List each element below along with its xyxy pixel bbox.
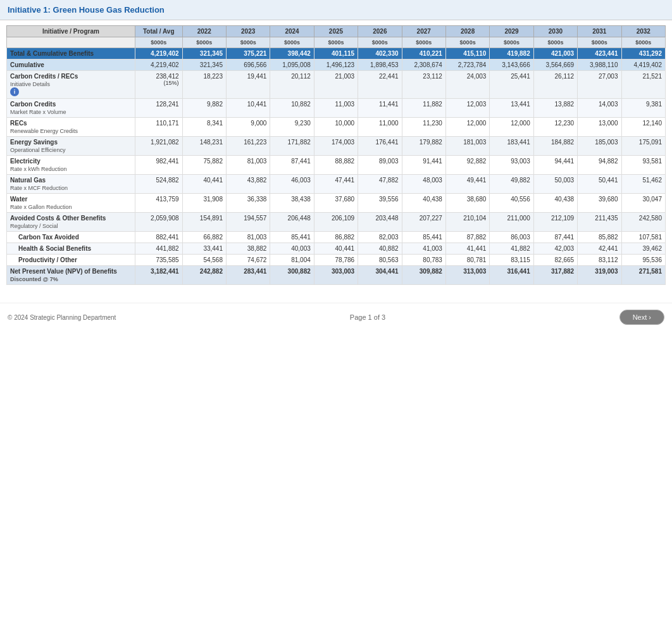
row-year-row4a-5: 85,441 — [402, 232, 445, 243]
row-year-section3-5: 179,882 — [402, 137, 445, 156]
row-year-row3c-3: 37,680 — [314, 194, 358, 213]
row-total-row2a: 128,241 — [135, 99, 182, 118]
col-year-2022: 2022 — [182, 26, 226, 37]
row-year-row3c-1: 36,338 — [226, 194, 270, 213]
row-year-row3b-6: 49,441 — [445, 175, 489, 194]
row-year-row4c-0: 54,568 — [182, 255, 226, 266]
row-year-row3a-1: 81,003 — [226, 156, 270, 175]
row-year-section3-1: 161,223 — [226, 137, 270, 156]
row-label-row3c: WaterRate x Gallon Reduction — [7, 194, 135, 213]
row-year-section3-4: 176,441 — [358, 137, 402, 156]
subheader-2023: $000s — [226, 37, 270, 48]
row-year-section1b-1: 696,566 — [226, 60, 270, 71]
row-label-section5: Net Present Value (NPV) of BenefitsDisco… — [7, 266, 135, 285]
row-year-section1b-10: 4,419,402 — [621, 60, 666, 71]
table-row-row2a: Carbon CreditsMarket Rate x Volume128,24… — [7, 99, 666, 118]
row-year-section5-4: 304,441 — [358, 266, 402, 285]
col-label-header: Initiative / Program — [7, 26, 135, 37]
row-year-section3-2: 171,882 — [270, 137, 314, 156]
page-header: Initiative 1: Green House Gas Reduction — [0, 0, 672, 20]
row-year-row3b-10: 51,462 — [621, 175, 666, 194]
row-year-row3c-7: 40,556 — [490, 194, 533, 213]
row-year-section2-7: 25,441 — [490, 71, 533, 99]
row-year-row3b-2: 46,003 — [270, 175, 314, 194]
row-year-section1-6: 415,110 — [445, 48, 489, 60]
row-year-row2a-2: 10,882 — [270, 99, 314, 118]
col-year-2028: 2028 — [445, 26, 489, 37]
row-year-section5-3: 303,003 — [314, 266, 358, 285]
row-year-section1b-6: 2,723,784 — [445, 60, 489, 71]
row-year-section4-5: 207,227 — [402, 213, 445, 232]
row-year-section2-3: 21,003 — [314, 71, 358, 99]
subheader-2025: $000s — [314, 37, 358, 48]
row-year-row2b-6: 12,000 — [445, 118, 489, 137]
content-area: Initiative / Program Total / Avg 2022 20… — [0, 20, 672, 290]
row-year-section2-10: 21,521 — [621, 71, 666, 99]
row-year-section1-1: 375,221 — [226, 48, 270, 60]
row-year-row4a-9: 85,882 — [578, 232, 621, 243]
row-year-section2-0: 18,223 — [182, 71, 226, 99]
row-label-section3: Energy SavingsOperational Efficiency — [7, 137, 135, 156]
row-year-section2-2: 20,112 — [270, 71, 314, 99]
row-year-row4a-10: 107,581 — [621, 232, 666, 243]
row-year-section1-4: 402,330 — [358, 48, 402, 60]
table-row-row3b: Natural GasRate x MCF Reduction524,88240… — [7, 175, 666, 194]
row-year-row4b-9: 42,441 — [578, 243, 621, 255]
row-year-section4-10: 242,580 — [621, 213, 666, 232]
row-label-row4c: Productivity / Other — [7, 255, 135, 266]
row-year-section1b-3: 1,496,123 — [314, 60, 358, 71]
row-year-row2a-8: 13,882 — [533, 99, 577, 118]
row-label-section1b: Cumulative — [7, 60, 135, 71]
col-total-header: Total / Avg — [135, 26, 182, 37]
info-icon[interactable]: i — [10, 87, 19, 96]
col-year-2031: 2031 — [578, 26, 621, 37]
row-year-row4c-10: 95,536 — [621, 255, 666, 266]
row-year-row2b-2: 9,230 — [270, 118, 314, 137]
row-year-row4a-3: 86,882 — [314, 232, 358, 243]
row-year-row4b-7: 41,882 — [490, 243, 533, 255]
row-year-row4c-5: 80,783 — [402, 255, 445, 266]
col-year-2026: 2026 — [358, 26, 402, 37]
row-year-section3-8: 184,882 — [533, 137, 577, 156]
row-year-section5-0: 242,882 — [182, 266, 226, 285]
row-year-row4c-8: 82,665 — [533, 255, 577, 266]
row-year-row2a-3: 11,003 — [314, 99, 358, 118]
subheader-2030: $000s — [533, 37, 577, 48]
row-year-row3a-4: 89,003 — [358, 156, 402, 175]
row-year-row3b-0: 40,441 — [182, 175, 226, 194]
row-year-row3a-7: 93,003 — [490, 156, 533, 175]
row-year-row3b-9: 50,441 — [578, 175, 621, 194]
row-year-row4b-8: 42,003 — [533, 243, 577, 255]
row-year-section2-9: 27,003 — [578, 71, 621, 99]
row-year-row4b-0: 33,441 — [182, 243, 226, 255]
row-year-row3c-8: 40,438 — [533, 194, 577, 213]
row-total-row3c: 413,759 — [135, 194, 182, 213]
next-button[interactable]: Next › — [619, 310, 664, 325]
row-year-row3a-5: 91,441 — [402, 156, 445, 175]
subheader-2032: $000s — [621, 37, 666, 48]
subheader-2031: $000s — [578, 37, 621, 48]
row-year-row3c-4: 39,556 — [358, 194, 402, 213]
row-year-section3-0: 148,231 — [182, 137, 226, 156]
row-year-section5-1: 283,441 — [226, 266, 270, 285]
table-row-section3: Energy SavingsOperational Efficiency1,92… — [7, 137, 666, 156]
row-year-section1-8: 421,003 — [533, 48, 577, 60]
table-row-section1: Total & Cumulative Benefits4,219,402321,… — [7, 48, 666, 60]
col-year-2030: 2030 — [533, 26, 577, 37]
row-year-row3a-0: 75,882 — [182, 156, 226, 175]
subheader-label — [7, 37, 135, 48]
row-year-row2a-4: 11,441 — [358, 99, 402, 118]
row-year-row4c-1: 74,672 — [226, 255, 270, 266]
row-year-section5-10: 271,581 — [621, 266, 666, 285]
row-year-row2b-0: 8,341 — [182, 118, 226, 137]
row-total-row2b: 110,171 — [135, 118, 182, 137]
row-label-row2b: RECsRenewable Energy Credits — [7, 118, 135, 137]
col-year-2027: 2027 — [402, 26, 445, 37]
row-year-row3b-4: 47,882 — [358, 175, 402, 194]
row-year-row4c-2: 81,004 — [270, 255, 314, 266]
row-year-row4a-0: 66,882 — [182, 232, 226, 243]
row-year-section3-3: 174,003 — [314, 137, 358, 156]
row-year-row2b-5: 11,230 — [402, 118, 445, 137]
row-year-row2a-7: 13,441 — [490, 99, 533, 118]
row-year-row3c-10: 30,047 — [621, 194, 666, 213]
